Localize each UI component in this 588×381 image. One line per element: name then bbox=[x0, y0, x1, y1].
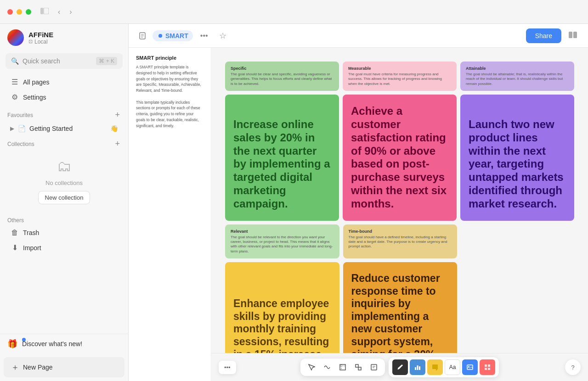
help-button[interactable]: ? bbox=[565, 359, 581, 375]
doc-tab-button[interactable] bbox=[136, 29, 149, 42]
titlebar: ‹ › bbox=[0, 0, 588, 24]
collections-header: Collections + bbox=[0, 135, 128, 151]
collections-add-button[interactable]: + bbox=[114, 139, 121, 149]
search-icon: 🔍 bbox=[11, 57, 19, 65]
trash-icon: 🗑 bbox=[10, 229, 19, 237]
canvas: SMART principle A SMART principle templa… bbox=[129, 48, 588, 381]
nav-section: ☰ All pages ⚙ Settings bbox=[0, 73, 128, 106]
discover-label: Discover what's new! bbox=[22, 340, 82, 347]
favourites-title: Favourites bbox=[7, 112, 33, 118]
share-button[interactable]: Share bbox=[526, 28, 561, 43]
svg-rect-8 bbox=[573, 32, 577, 38]
svg-rect-18 bbox=[417, 365, 418, 370]
minimize-dot[interactable] bbox=[17, 9, 22, 15]
nav-forward-button[interactable]: › bbox=[66, 6, 75, 18]
search-shortcut: ⌘ + K bbox=[96, 57, 117, 65]
curve-tool-button[interactable] bbox=[320, 361, 334, 374]
image-tool-button[interactable] bbox=[462, 359, 478, 375]
content-header: SMART ••• ☆ Share bbox=[129, 24, 588, 48]
green-card-text: Increase online sales by 20% in the next… bbox=[233, 118, 331, 211]
svg-rect-0 bbox=[40, 8, 43, 14]
sidebar-toggle-button[interactable] bbox=[39, 5, 51, 18]
specific-card: Specific The goal should be clear and sp… bbox=[225, 62, 339, 91]
purple-card-text: Launch two new product lines within the … bbox=[469, 118, 566, 211]
header-more-button[interactable]: ••• bbox=[197, 30, 212, 42]
settings-icon: ⚙ bbox=[10, 93, 19, 101]
favourites-header: Favourites + bbox=[0, 106, 128, 122]
grid-tool-button[interactable] bbox=[480, 359, 495, 375]
import-icon: ⬇ bbox=[10, 243, 19, 252]
green-main-card: Increase online sales by 20% in the next… bbox=[225, 95, 339, 220]
new-page-button[interactable]: ＋ New Page bbox=[4, 357, 124, 377]
nav-buttons: ‹ › bbox=[54, 6, 76, 18]
measurable-card: Measurable The goal must have criteria f… bbox=[343, 62, 457, 91]
measurable-card-title: Measurable bbox=[348, 66, 451, 71]
all-pages-icon: ☰ bbox=[10, 78, 19, 86]
svg-rect-23 bbox=[485, 364, 487, 367]
no-collections-label: No collections bbox=[45, 179, 83, 186]
layout-toggle-button[interactable] bbox=[565, 29, 581, 42]
workspace-info: AFFiNE Local bbox=[28, 31, 121, 45]
maximize-dot[interactable] bbox=[26, 9, 31, 15]
traffic-lights bbox=[7, 9, 31, 15]
canvas-toolbar-container: ••• bbox=[211, 353, 588, 381]
sidebar-item-getting-started[interactable]: ▶ 📄 Getting Started 👋 bbox=[3, 122, 125, 135]
measurable-card-body: The goal must have criteria for measurin… bbox=[348, 72, 451, 86]
nav-back-button[interactable]: ‹ bbox=[54, 6, 64, 18]
shape-tool-button[interactable] bbox=[351, 361, 366, 374]
workspace-header: AFFiNE Local bbox=[0, 24, 128, 51]
collections-empty-state: 🗂 No collections New collection bbox=[0, 151, 128, 212]
collections-title: Collections bbox=[7, 141, 34, 147]
sidebar-item-import[interactable]: ⬇ Import bbox=[3, 240, 125, 255]
sticky-note-tool-button[interactable] bbox=[427, 359, 443, 375]
sidebar-item-settings[interactable]: ⚙ Settings bbox=[3, 90, 125, 105]
specific-card-body: The goal should be clear and specific, a… bbox=[231, 72, 334, 86]
relevant-card: Relevant The goal should be relevant to … bbox=[225, 224, 339, 259]
sidebar: AFFiNE Local 🔍 Quick search ⌘ + K ☰ All … bbox=[0, 24, 129, 381]
discover-badge bbox=[22, 338, 26, 342]
edgeless-tab-label: SMART bbox=[165, 32, 188, 39]
new-page-plus-icon: ＋ bbox=[11, 362, 19, 373]
pink-card-text: Achieve a customer satisfaction rating o… bbox=[351, 105, 448, 210]
sidebar-item-trash[interactable]: 🗑 Trash bbox=[3, 225, 125, 240]
chevron-right-icon: ▶ bbox=[10, 125, 14, 132]
svg-rect-13 bbox=[358, 367, 361, 370]
select-tool-button[interactable] bbox=[304, 361, 319, 374]
others-header: Others bbox=[0, 213, 128, 225]
frame-tool-button[interactable] bbox=[335, 361, 350, 374]
svg-rect-17 bbox=[415, 367, 416, 370]
attainable-card-body: The goal should be attainable; that is, … bbox=[466, 72, 569, 86]
favourites-add-button[interactable]: + bbox=[114, 110, 121, 120]
new-page-label: New Page bbox=[23, 364, 53, 371]
close-dot[interactable] bbox=[7, 9, 13, 15]
svg-rect-26 bbox=[488, 368, 490, 370]
discover-icon: 🎁 bbox=[7, 339, 17, 349]
new-collection-button[interactable]: New collection bbox=[38, 191, 90, 204]
text-tool-button[interactable]: Aa bbox=[445, 359, 460, 375]
svg-rect-7 bbox=[569, 32, 572, 38]
relevant-card-title: Relevant bbox=[231, 229, 334, 234]
canvas-more-button[interactable]: ••• bbox=[219, 361, 236, 374]
workspace-local: Local bbox=[28, 39, 121, 45]
others-title: Others bbox=[7, 217, 24, 224]
left-panel: SMART principle A SMART principle templa… bbox=[129, 48, 211, 381]
pink-main-card: Achieve a customer satisfaction rating o… bbox=[343, 95, 457, 220]
getting-started-icon: 📄 bbox=[18, 125, 26, 132]
svg-rect-19 bbox=[419, 366, 420, 370]
collections-empty-icon: 🗂 bbox=[57, 158, 72, 175]
edgeless-tab-button[interactable]: SMART bbox=[153, 30, 193, 41]
settings-label: Settings bbox=[23, 94, 46, 101]
svg-rect-20 bbox=[432, 364, 438, 369]
panel-desc: A SMART principle template is designed t… bbox=[136, 64, 204, 129]
header-star-button[interactable]: ☆ bbox=[215, 29, 230, 43]
quick-search[interactable]: 🔍 Quick search ⌘ + K bbox=[6, 53, 123, 69]
tools-toolbar bbox=[300, 359, 385, 376]
svg-rect-9 bbox=[340, 364, 345, 370]
note-tool-button[interactable] bbox=[367, 361, 381, 374]
timebound-card-body: The goal should have a defined timeline,… bbox=[349, 235, 452, 249]
sidebar-bottom: 🎁 Discover what's new! ＋ New Page bbox=[0, 334, 128, 381]
bar-chart-tool-button[interactable] bbox=[410, 359, 425, 375]
pencil-tool-button[interactable] bbox=[392, 359, 408, 375]
discover-item[interactable]: 🎁 Discover what's new! bbox=[0, 334, 128, 353]
sidebar-item-all-pages[interactable]: ☰ All pages bbox=[3, 74, 125, 90]
